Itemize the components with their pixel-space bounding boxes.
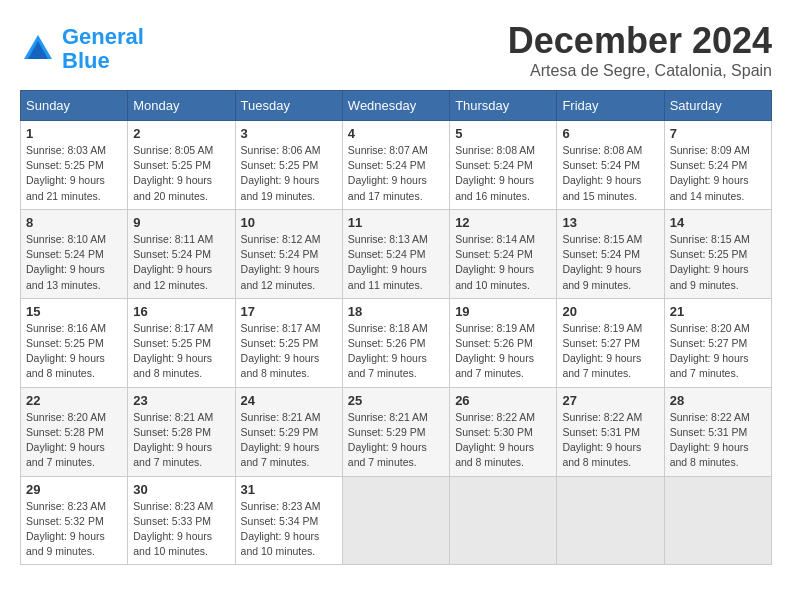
day-info: Sunrise: 8:20 AMSunset: 5:27 PMDaylight:… [670,321,766,382]
calendar-day-cell: 23Sunrise: 8:21 AMSunset: 5:28 PMDayligh… [128,387,235,476]
title-block: December 2024 Artesa de Segre, Catalonia… [508,20,772,80]
calendar-day-cell: 14Sunrise: 8:15 AMSunset: 5:25 PMDayligh… [664,209,771,298]
calendar-week-row: 22Sunrise: 8:20 AMSunset: 5:28 PMDayligh… [21,387,772,476]
day-info: Sunrise: 8:16 AMSunset: 5:25 PMDaylight:… [26,321,122,382]
calendar-day-cell: 19Sunrise: 8:19 AMSunset: 5:26 PMDayligh… [450,298,557,387]
day-number: 4 [348,126,444,141]
calendar-day-cell: 11Sunrise: 8:13 AMSunset: 5:24 PMDayligh… [342,209,449,298]
day-info: Sunrise: 8:06 AMSunset: 5:25 PMDaylight:… [241,143,337,204]
calendar-day-cell: 21Sunrise: 8:20 AMSunset: 5:27 PMDayligh… [664,298,771,387]
calendar-day-cell: 27Sunrise: 8:22 AMSunset: 5:31 PMDayligh… [557,387,664,476]
calendar-day-cell: 8Sunrise: 8:10 AMSunset: 5:24 PMDaylight… [21,209,128,298]
day-info: Sunrise: 8:23 AMSunset: 5:34 PMDaylight:… [241,499,337,560]
calendar-day-cell: 29Sunrise: 8:23 AMSunset: 5:32 PMDayligh… [21,476,128,565]
day-info: Sunrise: 8:17 AMSunset: 5:25 PMDaylight:… [133,321,229,382]
day-number: 10 [241,215,337,230]
calendar-week-row: 29Sunrise: 8:23 AMSunset: 5:32 PMDayligh… [21,476,772,565]
weekday-header-cell: Friday [557,91,664,121]
day-info: Sunrise: 8:22 AMSunset: 5:31 PMDaylight:… [562,410,658,471]
day-number: 27 [562,393,658,408]
day-number: 23 [133,393,229,408]
calendar-day-cell: 17Sunrise: 8:17 AMSunset: 5:25 PMDayligh… [235,298,342,387]
calendar-day-cell [450,476,557,565]
day-number: 15 [26,304,122,319]
day-info: Sunrise: 8:03 AMSunset: 5:25 PMDaylight:… [26,143,122,204]
calendar-day-cell: 25Sunrise: 8:21 AMSunset: 5:29 PMDayligh… [342,387,449,476]
logo-line2: Blue [62,48,110,73]
calendar-day-cell: 16Sunrise: 8:17 AMSunset: 5:25 PMDayligh… [128,298,235,387]
day-info: Sunrise: 8:15 AMSunset: 5:24 PMDaylight:… [562,232,658,293]
day-number: 5 [455,126,551,141]
calendar-day-cell: 9Sunrise: 8:11 AMSunset: 5:24 PMDaylight… [128,209,235,298]
day-info: Sunrise: 8:22 AMSunset: 5:30 PMDaylight:… [455,410,551,471]
calendar-day-cell: 2Sunrise: 8:05 AMSunset: 5:25 PMDaylight… [128,121,235,210]
day-info: Sunrise: 8:18 AMSunset: 5:26 PMDaylight:… [348,321,444,382]
weekday-header-cell: Sunday [21,91,128,121]
day-info: Sunrise: 8:13 AMSunset: 5:24 PMDaylight:… [348,232,444,293]
day-info: Sunrise: 8:10 AMSunset: 5:24 PMDaylight:… [26,232,122,293]
calendar-week-row: 8Sunrise: 8:10 AMSunset: 5:24 PMDaylight… [21,209,772,298]
day-number: 14 [670,215,766,230]
logo-line1: General [62,24,144,49]
day-number: 1 [26,126,122,141]
calendar-day-cell [342,476,449,565]
calendar-day-cell: 28Sunrise: 8:22 AMSunset: 5:31 PMDayligh… [664,387,771,476]
calendar-day-cell: 1Sunrise: 8:03 AMSunset: 5:25 PMDaylight… [21,121,128,210]
day-number: 17 [241,304,337,319]
location-title: Artesa de Segre, Catalonia, Spain [508,62,772,80]
day-info: Sunrise: 8:08 AMSunset: 5:24 PMDaylight:… [455,143,551,204]
day-number: 20 [562,304,658,319]
day-number: 16 [133,304,229,319]
calendar-day-cell: 7Sunrise: 8:09 AMSunset: 5:24 PMDaylight… [664,121,771,210]
logo-icon [20,31,56,67]
calendar-day-cell: 5Sunrise: 8:08 AMSunset: 5:24 PMDaylight… [450,121,557,210]
calendar-table: SundayMondayTuesdayWednesdayThursdayFrid… [20,90,772,565]
weekday-header-cell: Saturday [664,91,771,121]
day-number: 6 [562,126,658,141]
calendar-day-cell: 20Sunrise: 8:19 AMSunset: 5:27 PMDayligh… [557,298,664,387]
day-info: Sunrise: 8:19 AMSunset: 5:26 PMDaylight:… [455,321,551,382]
day-number: 31 [241,482,337,497]
day-number: 8 [26,215,122,230]
day-info: Sunrise: 8:14 AMSunset: 5:24 PMDaylight:… [455,232,551,293]
day-number: 28 [670,393,766,408]
day-number: 29 [26,482,122,497]
calendar-day-cell: 4Sunrise: 8:07 AMSunset: 5:24 PMDaylight… [342,121,449,210]
calendar-day-cell: 10Sunrise: 8:12 AMSunset: 5:24 PMDayligh… [235,209,342,298]
day-number: 30 [133,482,229,497]
weekday-header-cell: Monday [128,91,235,121]
day-info: Sunrise: 8:07 AMSunset: 5:24 PMDaylight:… [348,143,444,204]
day-number: 24 [241,393,337,408]
calendar-day-cell: 31Sunrise: 8:23 AMSunset: 5:34 PMDayligh… [235,476,342,565]
calendar-body: 1Sunrise: 8:03 AMSunset: 5:25 PMDaylight… [21,121,772,565]
day-number: 3 [241,126,337,141]
day-number: 7 [670,126,766,141]
calendar-day-cell: 22Sunrise: 8:20 AMSunset: 5:28 PMDayligh… [21,387,128,476]
calendar-week-row: 1Sunrise: 8:03 AMSunset: 5:25 PMDaylight… [21,121,772,210]
day-info: Sunrise: 8:12 AMSunset: 5:24 PMDaylight:… [241,232,337,293]
weekday-header-row: SundayMondayTuesdayWednesdayThursdayFrid… [21,91,772,121]
day-number: 12 [455,215,551,230]
weekday-header-cell: Thursday [450,91,557,121]
day-info: Sunrise: 8:23 AMSunset: 5:32 PMDaylight:… [26,499,122,560]
day-number: 18 [348,304,444,319]
calendar-day-cell: 6Sunrise: 8:08 AMSunset: 5:24 PMDaylight… [557,121,664,210]
calendar-day-cell [557,476,664,565]
logo-text: General Blue [62,25,144,73]
calendar-day-cell: 18Sunrise: 8:18 AMSunset: 5:26 PMDayligh… [342,298,449,387]
calendar-day-cell [664,476,771,565]
calendar-day-cell: 24Sunrise: 8:21 AMSunset: 5:29 PMDayligh… [235,387,342,476]
day-info: Sunrise: 8:08 AMSunset: 5:24 PMDaylight:… [562,143,658,204]
day-info: Sunrise: 8:15 AMSunset: 5:25 PMDaylight:… [670,232,766,293]
page-header: General Blue December 2024 Artesa de Seg… [20,20,772,80]
calendar-day-cell: 13Sunrise: 8:15 AMSunset: 5:24 PMDayligh… [557,209,664,298]
calendar-day-cell: 15Sunrise: 8:16 AMSunset: 5:25 PMDayligh… [21,298,128,387]
day-number: 25 [348,393,444,408]
day-number: 11 [348,215,444,230]
day-number: 21 [670,304,766,319]
day-number: 22 [26,393,122,408]
day-number: 13 [562,215,658,230]
day-number: 9 [133,215,229,230]
day-info: Sunrise: 8:17 AMSunset: 5:25 PMDaylight:… [241,321,337,382]
calendar-day-cell: 26Sunrise: 8:22 AMSunset: 5:30 PMDayligh… [450,387,557,476]
